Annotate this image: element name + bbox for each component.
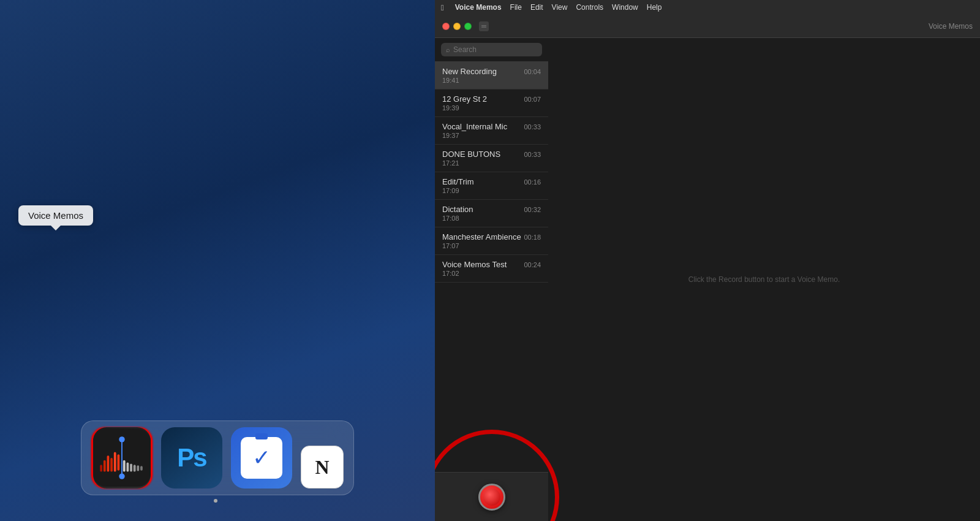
notion-dock-icon[interactable]: N bbox=[301, 446, 344, 489]
detail-panel: Click the Record button to start a Voice… bbox=[548, 38, 980, 521]
notion-icon-bg: N bbox=[301, 446, 344, 489]
voice-memos-dock-icon[interactable] bbox=[91, 427, 153, 489]
clipboard-clip bbox=[255, 433, 268, 439]
recording-item[interactable]: Edit/Trim 00:16 17:09 bbox=[435, 172, 548, 200]
close-button[interactable] bbox=[442, 23, 450, 30]
search-input-wrap[interactable]: ⌕ bbox=[441, 43, 542, 56]
recording-time: 19:41 bbox=[442, 77, 541, 84]
recording-name: Manchester Ambience bbox=[442, 232, 521, 241]
svg-rect-7 bbox=[117, 454, 119, 470]
menu-app-name[interactable]: Voice Memos bbox=[455, 3, 502, 12]
fullscreen-button[interactable] bbox=[464, 23, 472, 30]
photoshop-icon-text: Ps bbox=[177, 443, 206, 473]
desktop: Voice Memos bbox=[0, 0, 435, 521]
dock-dot bbox=[214, 499, 217, 503]
recording-duration: 00:18 bbox=[524, 234, 541, 241]
sidebar: ⌕ New Recording 00:04 19:41 12 Grey St 2… bbox=[435, 38, 548, 521]
svg-rect-6 bbox=[114, 452, 116, 472]
recording-duration: 00:24 bbox=[524, 261, 541, 268]
recording-time: 17:02 bbox=[442, 270, 541, 277]
svg-rect-14 bbox=[140, 466, 143, 471]
reminders-icon-inner: ✓ bbox=[241, 437, 282, 479]
detail-hint-text: Click the Record button to start a Voice… bbox=[688, 275, 840, 284]
svg-rect-12 bbox=[134, 465, 136, 471]
menu-window[interactable]: Window bbox=[612, 3, 638, 12]
svg-point-15 bbox=[119, 473, 124, 479]
app-window:  Voice Memos File Edit View Controls Wi… bbox=[435, 0, 980, 521]
recording-duration: 00:04 bbox=[524, 68, 541, 75]
voice-memos-icon-svg bbox=[93, 427, 151, 489]
recording-item[interactable]: New Recording 00:04 19:41 bbox=[435, 62, 548, 89]
menu-bar:  Voice Memos File Edit View Controls Wi… bbox=[435, 0, 980, 15]
recording-time: 19:39 bbox=[442, 104, 541, 112]
recording-name: 12 Grey St 2 bbox=[442, 94, 487, 104]
svg-rect-3 bbox=[104, 460, 106, 472]
reminders-dock-icon[interactable]: ✓ bbox=[231, 427, 292, 489]
dock: Ps ✓ N bbox=[81, 420, 354, 495]
menu-controls[interactable]: Controls bbox=[576, 3, 603, 12]
recording-name: Vocal_Internal Mic bbox=[442, 122, 507, 131]
window-title: Voice Memos bbox=[929, 22, 973, 31]
traffic-lights bbox=[442, 21, 489, 31]
title-bar: Voice Memos bbox=[435, 15, 980, 38]
menu-edit[interactable]: Edit bbox=[530, 3, 543, 12]
dock-dots bbox=[216, 499, 219, 503]
record-button[interactable] bbox=[478, 484, 505, 511]
svg-rect-13 bbox=[137, 465, 139, 471]
menu-file[interactable]: File bbox=[510, 3, 522, 12]
notion-icon-text: N bbox=[315, 456, 329, 479]
recording-duration: 00:33 bbox=[524, 123, 541, 131]
svg-rect-17 bbox=[481, 26, 486, 28]
recording-item[interactable]: DONE BUTONS 00:33 17:21 bbox=[435, 145, 548, 172]
recording-duration: 00:07 bbox=[524, 96, 541, 103]
recording-item[interactable]: Manchester Ambience 00:18 17:07 bbox=[435, 227, 548, 255]
recording-item[interactable]: 12 Grey St 2 00:07 19:39 bbox=[435, 89, 548, 117]
recording-list: New Recording 00:04 19:41 12 Grey St 2 0… bbox=[435, 62, 548, 472]
svg-rect-16 bbox=[481, 25, 486, 26]
recording-name: DONE BUTONS bbox=[442, 150, 500, 159]
search-input[interactable] bbox=[453, 45, 537, 54]
reminders-icon-bg: ✓ bbox=[231, 427, 292, 489]
recording-item[interactable]: Vocal_Internal Mic 00:33 19:37 bbox=[435, 117, 548, 145]
menu-view[interactable]: View bbox=[552, 3, 568, 12]
voice-memos-icon-bg bbox=[93, 427, 151, 489]
tooltip-text: Voice Memos bbox=[28, 210, 83, 221]
minimize-button[interactable] bbox=[453, 23, 461, 30]
main-content: ⌕ New Recording 00:04 19:41 12 Grey St 2… bbox=[435, 38, 980, 521]
recording-time: 17:21 bbox=[442, 159, 541, 167]
svg-rect-4 bbox=[107, 455, 110, 471]
svg-rect-2 bbox=[100, 465, 102, 471]
checkmark-icon: ✓ bbox=[252, 445, 271, 471]
recording-time: 17:07 bbox=[442, 242, 541, 249]
recording-duration: 00:32 bbox=[524, 206, 541, 213]
search-area: ⌕ bbox=[435, 38, 548, 62]
menu-help[interactable]: Help bbox=[647, 3, 662, 12]
recording-name: New Recording bbox=[442, 67, 497, 76]
apple-menu-icon[interactable]:  bbox=[441, 3, 444, 12]
photoshop-dock-icon[interactable]: Ps bbox=[161, 427, 222, 489]
photoshop-icon-bg: Ps bbox=[161, 427, 222, 489]
svg-rect-10 bbox=[127, 463, 129, 472]
recording-name: Voice Memos Test bbox=[442, 260, 507, 269]
recording-duration: 00:33 bbox=[524, 151, 541, 158]
recording-time: 17:09 bbox=[442, 187, 541, 194]
recording-time: 19:37 bbox=[442, 132, 541, 139]
svg-rect-11 bbox=[130, 463, 132, 471]
record-area bbox=[435, 472, 548, 521]
record-button-inner bbox=[483, 489, 500, 506]
search-icon: ⌕ bbox=[446, 46, 450, 53]
resize-button[interactable] bbox=[479, 21, 489, 31]
recording-name: Dictation bbox=[442, 205, 473, 214]
recording-duration: 00:16 bbox=[524, 178, 541, 186]
recording-time: 17:08 bbox=[442, 215, 541, 222]
svg-rect-9 bbox=[123, 460, 126, 472]
voice-memos-tooltip: Voice Memos bbox=[18, 205, 93, 226]
resize-icon bbox=[481, 23, 487, 29]
recording-item[interactable]: Dictation 00:32 17:08 bbox=[435, 200, 548, 227]
recording-name: Edit/Trim bbox=[442, 177, 474, 186]
recording-item[interactable]: Voice Memos Test 00:24 17:02 bbox=[435, 255, 548, 283]
svg-rect-5 bbox=[110, 458, 113, 472]
